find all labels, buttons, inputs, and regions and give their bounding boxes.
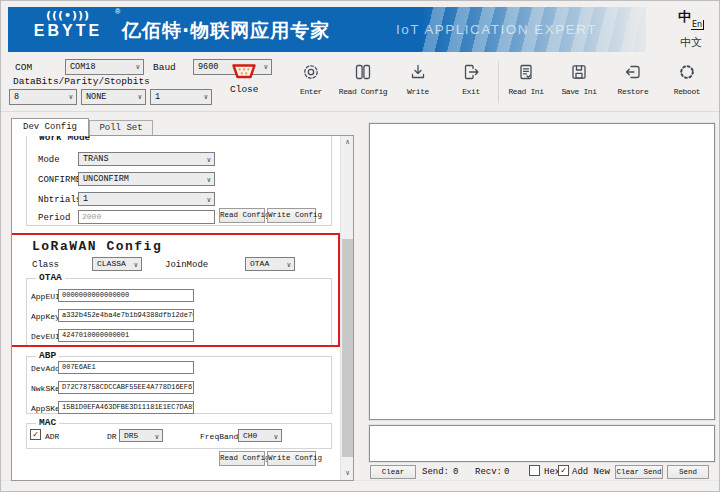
com-label: COM bbox=[15, 62, 32, 73]
mac-title: MAC bbox=[36, 417, 59, 428]
mode-select[interactable]: TRANS bbox=[78, 152, 215, 166]
dr-value: DR5 bbox=[124, 431, 138, 440]
appkey-label: AppKey bbox=[31, 312, 60, 321]
databits-parity-stopbits-label: DataBits/Parity/Stopbits bbox=[13, 76, 150, 87]
freqband-select[interactable]: CH0 bbox=[238, 429, 282, 442]
recv-count-label: Recv: bbox=[475, 467, 502, 477]
restore-button[interactable]: Restore bbox=[606, 61, 660, 105]
brand-banner: (((•))) EBYTE ® 亿佰特·物联网应用专家 IoT APPLICAT… bbox=[8, 7, 646, 52]
brand-name: EBYTE bbox=[20, 23, 116, 39]
send-input-area[interactable] bbox=[369, 425, 715, 462]
receive-log-area[interactable] bbox=[369, 123, 715, 420]
antenna-icon: (((•))) bbox=[20, 10, 116, 21]
write-label: Write bbox=[391, 88, 445, 96]
work-mode-write-config-button[interactable]: Write Config bbox=[267, 208, 316, 223]
period-input[interactable]: 2000 bbox=[78, 210, 215, 224]
translate-icon-cn: 中 bbox=[678, 8, 691, 26]
ebyte-logo: (((•))) EBYTE ® bbox=[20, 10, 116, 50]
stopbits-select[interactable]: 1 bbox=[150, 89, 212, 105]
read-config-button[interactable]: Read Config bbox=[336, 61, 390, 105]
mode-label: Mode bbox=[38, 155, 60, 165]
gear-icon bbox=[301, 61, 321, 83]
joinmode-select[interactable]: OTAA bbox=[245, 257, 295, 271]
baud-label: Baud bbox=[153, 62, 176, 73]
nwkskey-input[interactable]: D72C78758CDCCABF55EE4A778D16EF67 bbox=[58, 381, 194, 394]
otaa-title: OTAA bbox=[36, 272, 65, 283]
abp-title: ABP bbox=[36, 350, 59, 361]
exit-icon bbox=[461, 61, 481, 83]
book-icon bbox=[353, 61, 373, 83]
banner-title-cn: 亿佰特·物联网应用专家 bbox=[122, 18, 330, 44]
clear-button[interactable]: Clear bbox=[370, 465, 416, 479]
download-icon bbox=[408, 61, 428, 83]
write-button[interactable]: Write bbox=[391, 61, 445, 105]
enter-button[interactable]: Enter bbox=[284, 61, 338, 105]
exit-label: Exit bbox=[444, 88, 498, 96]
dr-select[interactable]: DR5 bbox=[119, 429, 163, 442]
adr-label: ADR bbox=[45, 432, 59, 441]
scroll-down-arrow[interactable]: ∨ bbox=[341, 467, 354, 480]
restore-icon bbox=[623, 61, 643, 83]
class-value: CLASSA bbox=[97, 259, 126, 268]
tab-poll-set[interactable]: Poll Set bbox=[89, 120, 153, 135]
work-mode-read-config-button[interactable]: Read Config bbox=[219, 208, 265, 223]
nbtrials-select[interactable]: 1 bbox=[78, 192, 215, 206]
status-strip bbox=[1, 480, 720, 492]
exit-button[interactable]: Exit bbox=[444, 61, 498, 105]
com-value: COM18 bbox=[70, 62, 96, 72]
scroll-up-arrow[interactable]: ∧ bbox=[341, 136, 354, 149]
mode-value: TRANS bbox=[83, 154, 109, 164]
stopbits-value: 1 bbox=[155, 92, 160, 102]
save-ini-button[interactable]: Save Ini bbox=[552, 61, 606, 105]
appskey-input[interactable]: 15B1D0EFA463DFBE3D11181E1EC7DA85 bbox=[58, 401, 194, 414]
devaddr-input[interactable]: 007E6AE1 bbox=[58, 361, 194, 374]
panel-scrollbar[interactable]: ∧ ∨ bbox=[340, 136, 353, 480]
reboot-label: Reboot bbox=[660, 88, 714, 96]
parity-select[interactable]: NONE bbox=[81, 89, 146, 105]
serial-port-toggle[interactable]: Close bbox=[230, 63, 258, 99]
send-count-value: 0 bbox=[453, 467, 458, 477]
confirmed-select[interactable]: UNCONFIRM bbox=[78, 172, 215, 186]
databits-select[interactable]: 8 bbox=[9, 89, 77, 105]
joinmode-label: JoinMode bbox=[165, 260, 208, 270]
translate-icon: 中 En bbox=[678, 8, 704, 30]
lorawan-read-config-button[interactable]: Read Config bbox=[219, 451, 265, 466]
deveui-label: DevEUI bbox=[31, 332, 60, 341]
hex-checkbox[interactable] bbox=[529, 465, 540, 476]
enter-label: Enter bbox=[284, 88, 338, 96]
reboot-button[interactable]: Reboot bbox=[660, 61, 714, 105]
baud-value: 9600 bbox=[198, 62, 218, 72]
class-select[interactable]: CLASSA bbox=[92, 257, 142, 271]
language-switch[interactable]: 中 En 中文 bbox=[665, 8, 717, 50]
scrollbar-thumb[interactable] bbox=[342, 239, 353, 457]
clear-send-button[interactable]: Clear Send bbox=[615, 465, 663, 479]
document-icon bbox=[516, 61, 536, 83]
appeui-label: AppEUI bbox=[31, 292, 60, 301]
appeui-input[interactable]: 0000000000000000 bbox=[58, 289, 194, 302]
recv-count-value: 0 bbox=[504, 467, 509, 477]
deveui-input[interactable]: 4247010000000001 bbox=[58, 329, 194, 342]
period-label: Period bbox=[38, 213, 70, 223]
lorawan-config-title: LoRaWAN Config bbox=[32, 239, 162, 254]
lorawan-write-config-button[interactable]: Write Config bbox=[267, 451, 316, 466]
freqband-label: FreqBand bbox=[200, 432, 238, 441]
save-ini-label: Save Ini bbox=[552, 88, 606, 96]
read-ini-button[interactable]: Read Ini bbox=[499, 61, 553, 105]
work-mode-title: Work Mode bbox=[36, 135, 93, 143]
tab-dev-config[interactable]: Dev Config bbox=[11, 118, 89, 136]
dr-label: DR bbox=[107, 432, 117, 441]
appkey-input[interactable]: a332b452e4ba4e7b1b94388dfb12de70 bbox=[58, 309, 194, 322]
joinmode-value: OTAA bbox=[250, 259, 269, 268]
add-new-line-checkbox[interactable]: ✓ bbox=[558, 465, 569, 476]
parity-value: NONE bbox=[86, 92, 106, 102]
com-select[interactable]: COM18 bbox=[65, 59, 144, 75]
restore-label: Restore bbox=[606, 88, 660, 96]
adr-checkbox[interactable]: ✓ bbox=[30, 429, 41, 440]
nbtrials-label: Nbtrials bbox=[38, 195, 81, 205]
send-button[interactable]: Send bbox=[667, 465, 709, 479]
read-ini-label: Read Ini bbox=[499, 88, 553, 96]
language-label: 中文 bbox=[665, 35, 717, 50]
banner-stripes-decoration bbox=[421, 7, 646, 52]
freqband-value: CH0 bbox=[243, 431, 257, 440]
registered-mark: ® bbox=[115, 8, 120, 16]
